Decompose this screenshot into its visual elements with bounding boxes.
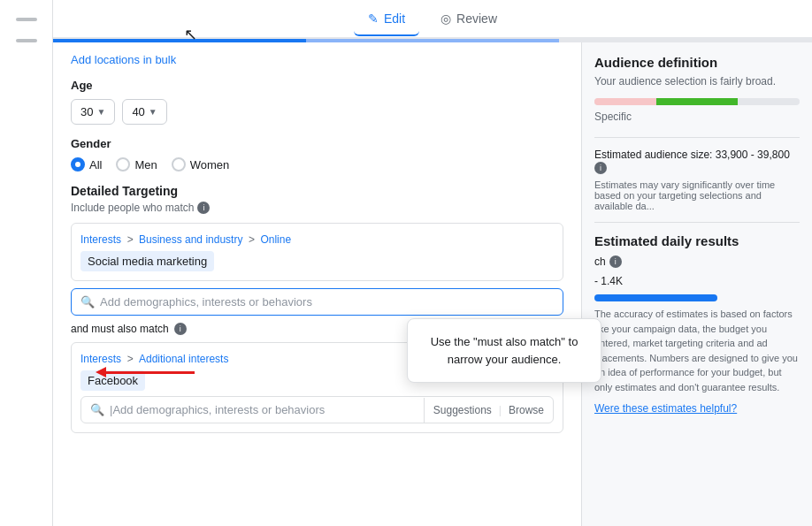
age-from-chevron: ▼ [96,107,105,117]
detailed-targeting-title: Detailed Targeting [71,184,563,198]
form-panel: Add locations in bulk Age 30 ▼ 40 ▼ Gend… [53,42,582,526]
suggestions-label[interactable]: Suggestions [433,404,492,416]
browse-label[interactable]: Browse [509,404,544,416]
bottom-search-left[interactable]: 🔍 |Add demographics, interests or behavi… [81,397,424,423]
breadcrumb-sep-2: > [249,233,257,246]
gauge-pink [594,98,656,105]
breadcrumb-interests-2[interactable]: Interests [80,353,121,365]
breadcrumb-online[interactable]: Online [260,233,291,246]
audience-def-sub: Your audience selection is fairly broad. [594,75,800,88]
est-note: Estimates may vary significantly over ti… [594,179,800,211]
helpful-link[interactable]: Were these estimates helpful? [594,402,737,415]
right-panel: Audience definition Your audience select… [582,42,812,526]
gender-all-label: All [89,158,102,172]
include-people-label: Include people who match i [71,202,563,214]
age-to-select[interactable]: 40 ▼ [122,99,166,125]
breadcrumb-1: Interests > Business and industry > Onli… [80,233,554,246]
bottom-search-row: 🔍 |Add demographics, interests or behavi… [80,396,554,423]
gender-men[interactable]: Men [116,157,157,172]
reach-value-row: - 1.4K [594,275,800,287]
gender-all-radio[interactable] [71,157,85,172]
gender-all[interactable]: All [71,157,102,172]
red-arrow [96,367,195,377]
est-size-label: Estimated audience size: 33,900 - 39,800… [594,149,800,174]
bottom-search-icon: 🔍 [90,403,104,416]
sidebar-dot-1 [16,18,37,21]
bottom-search-right: Suggestions | Browse [424,398,553,423]
breadcrumb-sep-1: > [127,233,136,246]
tab-review[interactable]: ◎ Review [426,3,511,34]
search-icon-1: 🔍 [80,295,95,309]
gauge-bar [594,98,800,105]
tooltip-text: Use the "must also match" to narrow your… [431,335,578,366]
must-match-info-icon[interactable]: i [174,323,187,335]
audience-def-title: Audience definition [594,55,800,70]
pipe: | [499,404,502,416]
targeting-box-1: Interests > Business and industry > Onli… [71,223,563,281]
gender-men-radio[interactable] [116,157,130,172]
reach-info-icon[interactable]: i [609,255,622,268]
age-from-select[interactable]: 30 ▼ [71,99,115,125]
tab-review-label: Review [456,11,497,26]
edit-icon: ✎ [368,11,379,26]
breadcrumb-business[interactable]: Business and industry [139,233,242,246]
content-wrapper: Add locations in bulk Age 30 ▼ 40 ▼ Gend… [53,42,812,526]
daily-results-title: Estimated daily results [594,233,800,248]
reach-row: ch i [594,255,800,268]
arrow-head [96,367,106,377]
bottom-search-placeholder: |Add demographics, interests or behavior… [110,403,325,416]
arrow-line [106,371,195,374]
gauge-green [656,98,739,105]
tab-edit[interactable]: ✎ Edit [354,3,419,36]
breadcrumb-additional[interactable]: Additional interests [139,353,228,365]
breadcrumb-interests-1[interactable]: Interests [80,233,121,246]
cursor: ↖ [184,25,197,44]
tab-edit-label: Edit [384,11,405,26]
gender-label: Gender [71,137,563,150]
reach-label: ch [594,255,606,268]
gender-women-label: Women [190,158,230,172]
search-placeholder-1: Add demographics, interests or behaviors [100,295,312,309]
gender-men-label: Men [134,158,157,172]
must-match-label: and must also match [71,323,169,335]
review-icon: ◎ [440,11,451,26]
divider-1 [594,137,800,138]
reach-bar [594,294,717,301]
sidebar [0,0,53,526]
search-input-row-1[interactable]: 🔍 Add demographics, interests or behavio… [71,288,563,316]
tooltip-popup: Use the "must also match" to narrow your… [407,318,601,383]
tag-chip-1: Social media marketing [80,251,214,271]
age-from-value: 30 [80,105,93,118]
age-label: Age [71,79,563,92]
sidebar-dot-2 [16,39,37,42]
add-locations-link[interactable]: Add locations in bulk [71,53,563,66]
est-info-icon[interactable]: i [594,162,607,174]
reach-value: - 1.4K [594,275,623,287]
accuracy-note: The accuracy of estimates is based on fa… [594,307,800,394]
main-area: ✎ Edit ◎ Review Add locations in bulk Ag… [53,0,812,526]
gender-women-radio[interactable] [172,157,186,172]
gender-women[interactable]: Women [172,157,230,172]
age-row: 30 ▼ 40 ▼ [71,99,563,125]
include-info-icon[interactable]: i [197,202,210,214]
breadcrumb-sep-3: > [127,353,136,365]
gender-row: All Men Women [71,157,563,172]
divider-2 [594,222,800,223]
specific-label: Specific [594,111,800,123]
tab-bar: ✎ Edit ◎ Review [53,0,812,39]
age-to-value: 40 [132,105,144,118]
age-to-chevron: ▼ [149,107,157,117]
